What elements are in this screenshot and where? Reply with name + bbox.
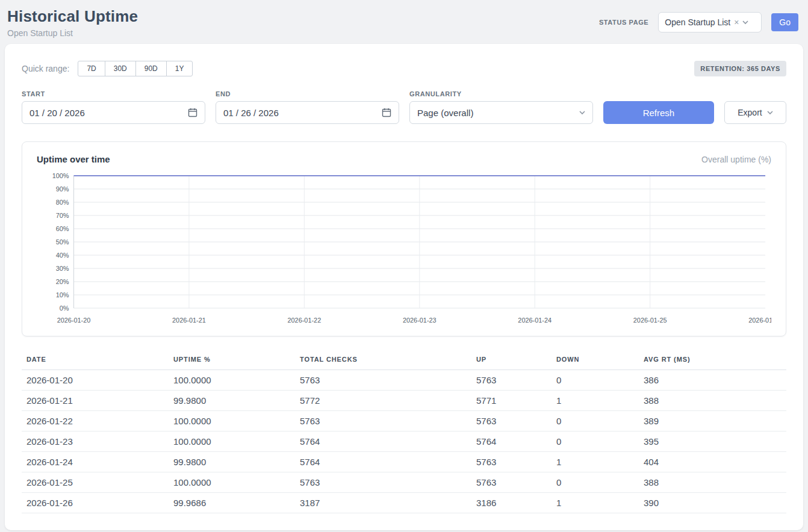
export-button-label: Export	[738, 108, 762, 117]
uptime-table: DATEUPTIME %TOTAL CHECKSUPDOWNAVG RT (MS…	[22, 351, 786, 513]
svg-text:0%: 0%	[60, 305, 69, 312]
top-header: Historical Uptime Open Startup List STAT…	[0, 0, 808, 44]
main-panel: Quick range: 7D30D90D1Y RETENTION: 365 D…	[5, 44, 803, 530]
svg-text:20%: 20%	[56, 278, 69, 285]
table-cell: 2026-01-26	[22, 493, 169, 513]
svg-text:2026-01-21: 2026-01-21	[172, 317, 206, 324]
table-cell: 5764	[471, 431, 552, 452]
table-cell: 0	[552, 472, 639, 493]
table-row: 2026-01-23100.0000576457640395	[22, 431, 786, 452]
table-cell: 100.0000	[169, 370, 295, 391]
calendar-icon[interactable]	[382, 108, 391, 117]
table-cell: 390	[639, 493, 786, 513]
table-cell: 386	[639, 370, 786, 391]
table-cell: 388	[639, 472, 786, 493]
svg-text:40%: 40%	[56, 252, 69, 259]
retention-badge: RETENTION: 365 DAYS	[694, 61, 786, 76]
start-date-label: START	[22, 90, 205, 97]
table-cell: 5763	[295, 411, 471, 431]
quick-range-wrap: Quick range: 7D30D90D1Y	[22, 61, 193, 76]
quick-range-90d-button[interactable]: 90D	[135, 61, 167, 76]
granularity-select[interactable]: Page (overall)	[409, 101, 593, 124]
table-cell: 3186	[471, 493, 552, 513]
table-row: 2026-01-25100.0000576357630388	[22, 472, 786, 493]
table-cell: 99.9686	[169, 493, 295, 513]
quick-range-row: Quick range: 7D30D90D1Y RETENTION: 365 D…	[22, 61, 786, 76]
table-cell: 2026-01-24	[22, 452, 169, 472]
end-date-label: END	[216, 90, 399, 97]
start-date-input[interactable]: 01 / 20 / 2026	[22, 101, 205, 124]
page-subtitle: Open Startup List	[7, 28, 138, 38]
column-header: DATE	[22, 351, 169, 370]
quick-range-7d-button[interactable]: 7D	[78, 61, 105, 76]
table-cell: 5763	[471, 472, 552, 493]
filter-form-row: START 01 / 20 / 2026 END 01 / 26 / 2026	[22, 90, 786, 124]
svg-text:10%: 10%	[56, 291, 69, 298]
table-body: 2026-01-20100.00005763576303862026-01-21…	[22, 370, 786, 513]
table-cell: 5763	[471, 452, 552, 472]
table-cell: 1	[552, 493, 639, 513]
clear-icon[interactable]: ×	[734, 18, 739, 26]
export-button[interactable]: Export	[724, 101, 786, 124]
table-cell: 0	[552, 370, 639, 391]
svg-text:2026-01-25: 2026-01-25	[633, 317, 667, 324]
table-cell: 404	[639, 452, 786, 472]
table-cell: 5772	[295, 391, 471, 411]
table-row: 2026-01-20100.0000576357630386	[22, 370, 786, 391]
calendar-icon[interactable]	[188, 108, 197, 117]
start-date-group: START 01 / 20 / 2026	[22, 90, 205, 124]
refresh-button[interactable]: Refresh	[603, 101, 714, 124]
svg-text:90%: 90%	[56, 185, 69, 193]
svg-text:2026-01-20: 2026-01-20	[57, 317, 91, 324]
table-cell: 395	[639, 431, 786, 452]
uptime-chart-card: Uptime over time Overall uptime (%) 0%10…	[22, 141, 786, 336]
table-row: 2026-01-2499.9800576457631404	[22, 452, 786, 472]
table-cell: 1	[552, 391, 639, 411]
table-cell: 5763	[295, 472, 471, 493]
end-date-input[interactable]: 01 / 26 / 2026	[216, 101, 399, 124]
chart-title: Uptime over time	[37, 154, 110, 164]
svg-text:80%: 80%	[56, 199, 69, 206]
status-page-select[interactable]: Open Startup List ×	[658, 12, 762, 32]
chart-legend: Overall uptime (%)	[701, 155, 771, 164]
table-cell: 99.9800	[169, 391, 295, 411]
chevron-down-icon	[579, 110, 585, 116]
table-cell: 389	[639, 411, 786, 431]
svg-text:60%: 60%	[56, 225, 69, 232]
quick-range-group: 7D30D90D1Y	[78, 61, 193, 76]
uptime-line-chart: 0%10%20%30%40%50%60%70%80%90%100%2026-01…	[37, 170, 771, 327]
page-title: Historical Uptime	[7, 7, 138, 26]
end-date-value: 01 / 26 / 2026	[223, 108, 279, 118]
start-date-value: 01 / 20 / 2026	[30, 108, 85, 118]
table-header-row: DATEUPTIME %TOTAL CHECKSUPDOWNAVG RT (MS…	[22, 351, 786, 370]
svg-text:2026-01-22: 2026-01-22	[287, 317, 321, 324]
go-button[interactable]: Go	[771, 13, 798, 31]
table-cell: 5763	[295, 370, 471, 391]
column-header: UP	[471, 351, 552, 370]
svg-text:2026-01-26: 2026-01-26	[748, 317, 771, 324]
table-cell: 388	[639, 391, 786, 411]
table-cell: 5763	[471, 370, 552, 391]
svg-text:50%: 50%	[56, 238, 69, 246]
table-row: 2026-01-22100.0000576357630389	[22, 411, 786, 431]
table-cell: 2026-01-21	[22, 391, 169, 411]
table-cell: 2026-01-22	[22, 411, 169, 431]
granularity-group: GRANULARITY Page (overall)	[409, 90, 593, 124]
table-cell: 5771	[471, 391, 552, 411]
table-cell: 0	[552, 431, 639, 452]
table-cell: 100.0000	[169, 431, 295, 452]
table-cell: 0	[552, 411, 639, 431]
table-cell: 99.9800	[169, 452, 295, 472]
quick-range-1y-button[interactable]: 1Y	[166, 61, 193, 76]
granularity-selected-value: Page (overall)	[417, 108, 473, 118]
status-page-label: STATUS PAGE	[599, 19, 648, 26]
column-header: UPTIME %	[169, 351, 295, 370]
table-cell: 5763	[471, 411, 552, 431]
column-header: AVG RT (MS)	[639, 351, 786, 370]
table-cell: 100.0000	[169, 411, 295, 431]
quick-range-30d-button[interactable]: 30D	[105, 61, 136, 76]
table-cell: 2026-01-20	[22, 370, 169, 391]
table-cell: 3187	[295, 493, 471, 513]
table-cell: 5764	[295, 452, 471, 472]
chevron-down-icon	[742, 19, 748, 25]
